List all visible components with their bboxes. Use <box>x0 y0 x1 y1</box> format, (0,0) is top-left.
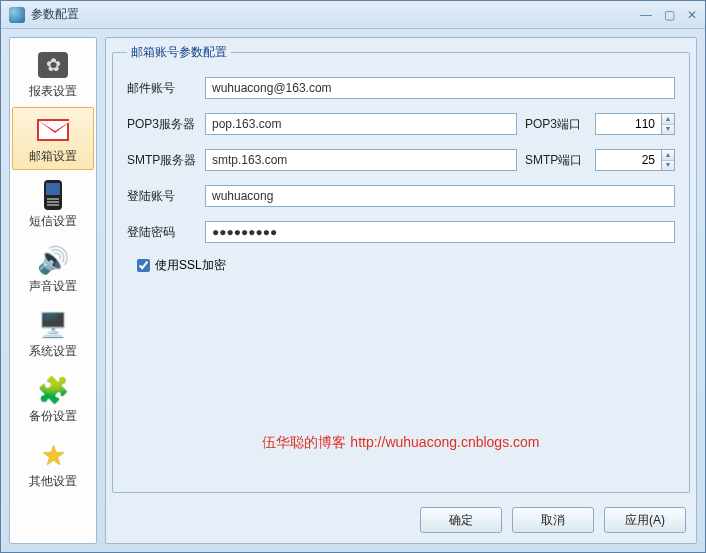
pop3-port-label: POP3端口 <box>525 116 587 133</box>
star-icon: ★ <box>41 439 66 472</box>
sidebar-item-label: 短信设置 <box>15 213 91 230</box>
sidebar: 报表设置 邮箱设置 短信设置 🔊 声音设置 🖥️ 系统设置 <box>9 37 97 544</box>
window-body: 报表设置 邮箱设置 短信设置 🔊 声音设置 🖥️ 系统设置 <box>1 29 705 552</box>
pop3-server-input[interactable] <box>205 113 517 135</box>
maximize-icon[interactable]: ▢ <box>664 8 675 22</box>
monitor-icon: 🖥️ <box>38 311 68 339</box>
sidebar-item-label: 系统设置 <box>15 343 91 360</box>
sidebar-item-label: 邮箱设置 <box>15 148 91 165</box>
gear-icon <box>38 52 68 78</box>
puzzle-icon: 🧩 <box>37 375 69 406</box>
login-account-label: 登陆账号 <box>127 188 197 205</box>
spin-down-icon[interactable]: ▼ <box>662 125 674 135</box>
sidebar-item-label: 备份设置 <box>15 408 91 425</box>
smtp-port-input[interactable] <box>595 149 661 171</box>
sidebar-item-report[interactable]: 报表设置 <box>12 42 94 105</box>
ok-button[interactable]: 确定 <box>420 507 502 533</box>
sidebar-item-mail[interactable]: 邮箱设置 <box>12 107 94 170</box>
ssl-label: 使用SSL加密 <box>155 257 226 274</box>
group-legend: 邮箱账号参数配置 <box>127 44 231 61</box>
pop3-port-spinner: ▲ ▼ <box>661 113 675 135</box>
login-password-label: 登陆密码 <box>127 224 197 241</box>
smtp-server-label: SMTP服务器 <box>127 152 197 169</box>
sidebar-item-label: 其他设置 <box>15 473 91 490</box>
sidebar-item-label: 声音设置 <box>15 278 91 295</box>
cancel-button[interactable]: 取消 <box>512 507 594 533</box>
smtp-server-input[interactable] <box>205 149 517 171</box>
spin-down-icon[interactable]: ▼ <box>662 161 674 171</box>
main-panel: 邮箱账号参数配置 邮件账号 POP3服务器 POP3端口 ▲ <box>105 37 697 544</box>
login-account-input[interactable] <box>205 185 675 207</box>
sidebar-item-other[interactable]: ★ 其他设置 <box>12 432 94 495</box>
ssl-checkbox[interactable] <box>137 259 150 272</box>
app-icon <box>9 7 25 23</box>
window-controls: — ▢ ✕ <box>640 8 697 22</box>
pop3-server-label: POP3服务器 <box>127 116 197 133</box>
window-title: 参数配置 <box>31 6 79 23</box>
watermark-text: 伍华聪的博客 http://wuhuacong.cnblogs.com <box>113 434 689 452</box>
sidebar-item-system[interactable]: 🖥️ 系统设置 <box>12 302 94 365</box>
mail-account-label: 邮件账号 <box>127 80 197 97</box>
button-bar: 确定 取消 应用(A) <box>106 499 696 543</box>
mail-config-group: 邮箱账号参数配置 邮件账号 POP3服务器 POP3端口 ▲ <box>112 44 690 493</box>
spin-up-icon[interactable]: ▲ <box>662 114 674 125</box>
smtp-port-label: SMTP端口 <box>525 152 587 169</box>
close-icon[interactable]: ✕ <box>687 8 697 22</box>
sidebar-item-backup[interactable]: 🧩 备份设置 <box>12 367 94 430</box>
sidebar-item-label: 报表设置 <box>15 83 91 100</box>
smtp-port-spinner: ▲ ▼ <box>661 149 675 171</box>
apply-button[interactable]: 应用(A) <box>604 507 686 533</box>
login-password-input[interactable] <box>205 221 675 243</box>
mail-icon <box>37 119 69 141</box>
titlebar[interactable]: 参数配置 — ▢ ✕ <box>1 1 705 29</box>
speaker-icon: 🔊 <box>37 245 69 276</box>
minimize-icon[interactable]: — <box>640 8 652 22</box>
pop3-port-input[interactable] <box>595 113 661 135</box>
config-window: 参数配置 — ▢ ✕ 报表设置 邮箱设置 短信设置 <box>0 0 706 553</box>
sidebar-item-sms[interactable]: 短信设置 <box>12 172 94 235</box>
spin-up-icon[interactable]: ▲ <box>662 150 674 161</box>
mail-account-input[interactable] <box>205 77 675 99</box>
phone-icon <box>44 180 62 210</box>
sidebar-item-sound[interactable]: 🔊 声音设置 <box>12 237 94 300</box>
